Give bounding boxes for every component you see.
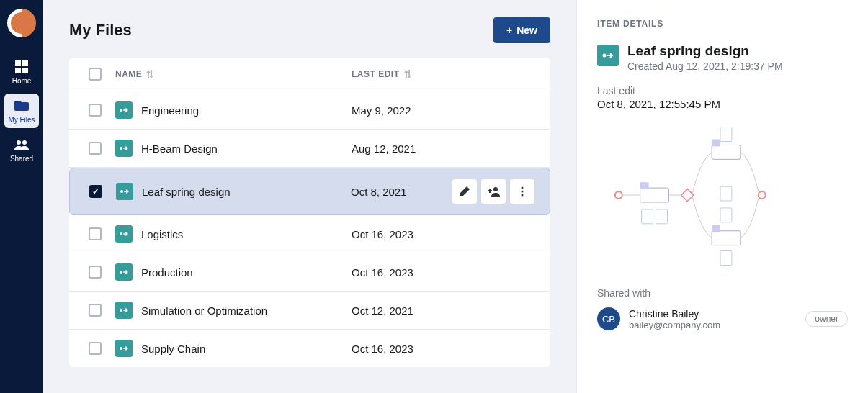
nav-home[interactable]: Home (4, 55, 39, 89)
details-header: ITEM DETAILS (597, 19, 848, 29)
svg-rect-21 (681, 189, 694, 202)
svg-rect-26 (720, 186, 732, 201)
th-select-all (81, 68, 109, 81)
row-name-cell: Engineering (109, 101, 352, 119)
svg-rect-27 (720, 127, 732, 142)
row-last-edit: Oct 8, 2021 (351, 179, 538, 204)
select-all-checkbox[interactable] (89, 68, 102, 81)
row-name-cell: Leaf spring design (110, 183, 351, 200)
nav-shared[interactable]: Shared (4, 132, 39, 167)
row-last-edit: May 9, 2022 (352, 104, 539, 117)
more-menu-button[interactable] (509, 179, 535, 204)
app-logo (1, 3, 42, 44)
flow-icon (116, 183, 133, 200)
last-edit-value: Oct 8, 2021, 12:55:45 PM (597, 98, 848, 110)
sort-icon (146, 70, 153, 78)
new-button[interactable]: + New (493, 17, 550, 43)
details-created: Created Aug 12, 2021, 2:19:37 PM (627, 60, 783, 72)
row-checkbox[interactable] (89, 104, 102, 117)
row-checkbox[interactable] (89, 342, 102, 355)
svg-rect-30 (642, 209, 653, 224)
row-last-edit: Aug 12, 2021 (352, 143, 539, 155)
svg-point-4 (17, 140, 21, 145)
row-name-cell: Supply Chain (109, 340, 352, 357)
shared-info: Christine Bailey bailey@company.com (629, 308, 797, 330)
page-header: My Files + New (69, 17, 550, 43)
svg-point-15 (120, 309, 122, 312)
files-icon (14, 98, 30, 114)
nav-label: Home (12, 77, 32, 85)
th-edit-label: LAST EDIT (352, 69, 400, 79)
shared-email: bailey@company.com (629, 320, 797, 330)
add-person-button[interactable] (480, 179, 506, 204)
main-area: My Files + New NAME LAST EDIT Eng (43, 0, 868, 393)
svg-point-6 (120, 109, 122, 112)
svg-rect-29 (720, 251, 732, 266)
svg-rect-31 (656, 209, 668, 224)
row-checkbox[interactable] (89, 185, 102, 198)
file-name: Supply Chain (141, 343, 205, 355)
nav-label: Shared (10, 155, 33, 163)
flow-icon (115, 225, 133, 243)
table-row[interactable]: EngineeringMay 9, 2022 (69, 91, 550, 130)
nav-label: My Files (8, 116, 35, 124)
table-row[interactable]: ProductionOct 16, 2023 (69, 253, 550, 292)
table-row[interactable]: H-Beam DesignAug 12, 2021 (69, 130, 550, 168)
table-row[interactable]: Supply ChainOct 16, 2023 (69, 330, 550, 367)
th-name[interactable]: NAME (109, 69, 352, 79)
shared-user-row: CB Christine Bailey bailey@company.com o… (597, 307, 848, 330)
table-row[interactable]: Simulation or OptimizationOct 12, 2021 (69, 292, 550, 330)
shared-with-label: Shared with (597, 287, 848, 299)
file-table: NAME LAST EDIT EngineeringMay 9, 2022H-B… (69, 58, 550, 367)
nav-my-files[interactable]: My Files (4, 94, 39, 128)
svg-rect-1 (22, 60, 28, 66)
flow-icon (115, 302, 133, 319)
new-button-label: New (516, 24, 537, 36)
svg-rect-2 (15, 68, 21, 73)
flow-icon (115, 340, 133, 357)
svg-point-11 (522, 191, 524, 193)
details-title-row: Leaf spring design Created Aug 12, 2021,… (597, 43, 848, 72)
flow-preview (597, 123, 848, 274)
avatar: CB (597, 307, 620, 330)
file-name: Leaf spring design (142, 186, 231, 198)
row-checkbox[interactable] (89, 227, 102, 240)
row-name-cell: Production (109, 263, 352, 281)
row-checkbox[interactable] (89, 142, 102, 155)
row-last-edit: Oct 12, 2021 (352, 304, 539, 317)
home-dashboard-icon (14, 59, 30, 75)
row-name-cell: Simulation or Optimization (109, 302, 352, 319)
details-panel: ITEM DETAILS Leaf spring design Created … (576, 0, 868, 393)
svg-rect-22 (712, 145, 741, 159)
th-last-edit[interactable]: LAST EDIT (352, 69, 539, 79)
table-row[interactable]: LogisticsOct 16, 2023 (69, 215, 550, 253)
flow-icon (115, 140, 133, 157)
row-checkbox[interactable] (89, 304, 102, 317)
svg-rect-20 (640, 182, 649, 189)
svg-point-9 (493, 187, 498, 191)
table-row[interactable]: Leaf spring designOct 8, 2021 (69, 168, 550, 215)
svg-rect-3 (22, 68, 28, 73)
row-name-cell: H-Beam Design (109, 140, 352, 157)
svg-point-7 (120, 147, 122, 150)
svg-rect-28 (720, 208, 732, 222)
file-name: H-Beam Design (141, 143, 218, 155)
svg-point-14 (120, 271, 122, 274)
svg-rect-0 (15, 60, 21, 66)
content: My Files + New NAME LAST EDIT Eng (43, 0, 576, 393)
row-name-cell: Logistics (109, 225, 352, 243)
svg-point-10 (522, 187, 524, 189)
row-last-edit: Oct 16, 2023 (352, 228, 539, 240)
file-name: Engineering (141, 104, 199, 117)
file-name: Production (141, 266, 193, 279)
svg-point-8 (120, 190, 123, 193)
file-name: Simulation or Optimization (141, 304, 267, 317)
last-edit-label: Last edit (597, 85, 848, 96)
table-header-row: NAME LAST EDIT (69, 58, 550, 91)
svg-rect-19 (640, 188, 669, 202)
svg-rect-23 (712, 139, 720, 146)
svg-point-16 (120, 347, 122, 350)
row-checkbox[interactable] (89, 266, 102, 279)
flow-icon (597, 45, 619, 66)
edit-button[interactable] (452, 179, 478, 204)
